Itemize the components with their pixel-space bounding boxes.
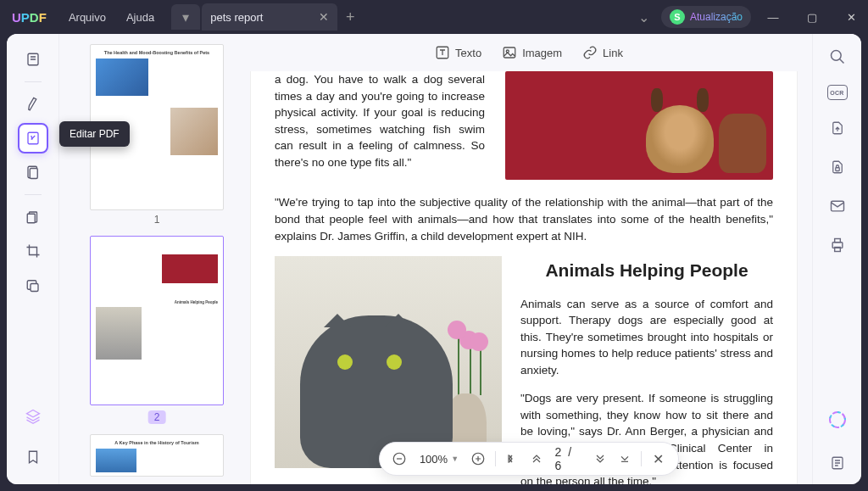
- toolbar-link-label: Link: [603, 47, 623, 59]
- rail-separator: [25, 194, 42, 195]
- body-text: Animals can serve as a source of comfort…: [520, 296, 773, 379]
- page-tool[interactable]: [18, 157, 48, 187]
- crop-tool[interactable]: [18, 236, 48, 266]
- search-button[interactable]: [826, 46, 849, 68]
- print-button[interactable]: [826, 234, 849, 256]
- thumbnail-page-2[interactable]: Animals Helping People: [90, 236, 224, 405]
- maximize-button[interactable]: ▢: [795, 3, 829, 31]
- tooltip-edit-pdf: Editar PDF: [59, 121, 130, 147]
- zoom-out-button[interactable]: [392, 449, 408, 468]
- edit-image-button[interactable]: Imagem: [502, 45, 562, 60]
- edit-toolbar: Texto Imagem Link: [246, 34, 812, 71]
- thumb-number-1: 1: [90, 214, 224, 226]
- redact-tool[interactable]: [18, 270, 48, 300]
- organize-tool[interactable]: [18, 202, 48, 232]
- body-text: "We're trying to tap into the subjective…: [275, 194, 773, 244]
- thumbnail-panel[interactable]: The Health and Mood-Boosting Benefits of…: [59, 34, 246, 484]
- page-indicator[interactable]: 2 / 6: [554, 445, 584, 472]
- next-page-button[interactable]: [593, 449, 609, 468]
- first-page-button[interactable]: [504, 449, 520, 468]
- svg-point-13: [831, 51, 841, 61]
- body-text: a dog. You have to walk a dog several ti…: [275, 71, 485, 170]
- layers-button[interactable]: [18, 401, 48, 432]
- zoom-in-button[interactable]: [470, 449, 487, 468]
- ai-assistant-button[interactable]: [826, 408, 849, 432]
- bookmark-button[interactable]: [18, 442, 48, 472]
- thumb-number-2: 2: [148, 410, 166, 424]
- section-heading: Animals Helping People: [520, 258, 773, 283]
- reader-tool[interactable]: [18, 44, 48, 75]
- comment-tool[interactable]: [18, 89, 48, 120]
- svg-rect-9: [504, 47, 515, 58]
- tab-menu-button[interactable]: ▾: [171, 4, 200, 30]
- thumbnail-page-3[interactable]: A Key Phase in the History of Tourism: [90, 434, 224, 477]
- upgrade-label: Atualização: [690, 11, 743, 23]
- thumb-heading: Animals Helping People: [96, 300, 218, 304]
- svg-rect-5: [27, 214, 35, 223]
- document-image-dogs: [505, 71, 773, 180]
- protect-button[interactable]: [826, 156, 849, 178]
- close-nav-button[interactable]: ✕: [650, 449, 666, 468]
- app-logo: UPDF: [0, 10, 58, 25]
- page-navigation-bar: 100%▼ 2 / 6 ✕: [379, 442, 679, 476]
- thumb-title: The Health and Mood-Boosting Benefits of…: [96, 50, 218, 56]
- tab-close-icon[interactable]: ✕: [319, 10, 329, 24]
- svg-rect-3: [30, 169, 37, 179]
- edit-link-button[interactable]: Link: [582, 45, 623, 60]
- tab-group: ▾ pets report ✕ +: [171, 0, 363, 34]
- document-image-cat: [275, 256, 502, 468]
- edit-pdf-tool[interactable]: [18, 123, 48, 153]
- svg-rect-7: [31, 284, 38, 292]
- thumb-title: A Key Phase in the History of Tourism: [96, 440, 218, 446]
- export-button[interactable]: [826, 117, 849, 139]
- last-page-button[interactable]: [616, 449, 632, 468]
- left-tool-rail: [7, 34, 59, 484]
- minimize-button[interactable]: ―: [756, 3, 790, 31]
- edit-text-button[interactable]: Texto: [435, 45, 481, 60]
- image-icon: [502, 45, 517, 60]
- share-button[interactable]: [826, 195, 849, 217]
- form-button[interactable]: [826, 452, 849, 474]
- user-badge: S: [670, 9, 685, 25]
- document-tab[interactable]: pets report ✕: [202, 3, 337, 31]
- workspace: Editar PDF The Health and Mood-Boosting …: [7, 34, 861, 484]
- svg-rect-14: [835, 168, 839, 171]
- titlebar: UPDF Arquivo Ajuda ▾ pets report ✕ + ⌄ S…: [0, 0, 868, 34]
- tabs-overflow-icon[interactable]: ⌄: [632, 9, 656, 25]
- ocr-button[interactable]: OCR: [827, 85, 848, 100]
- link-icon: [582, 45, 598, 60]
- svg-rect-17: [834, 239, 840, 243]
- toolbar-text-label: Texto: [455, 47, 481, 59]
- page-viewport[interactable]: a dog. You have to walk a dog several ti…: [246, 71, 812, 484]
- rail-separator: [25, 81, 42, 82]
- tab-title: pets report: [210, 11, 263, 24]
- zoom-dropdown[interactable]: 100%▼: [416, 453, 462, 466]
- toolbar-image-label: Imagem: [522, 47, 562, 59]
- menu-file[interactable]: Arquivo: [58, 11, 116, 24]
- tab-add-button[interactable]: +: [337, 8, 363, 26]
- text-icon: [435, 45, 450, 60]
- upgrade-button[interactable]: S Atualização: [661, 6, 751, 28]
- document-page[interactable]: a dog. You have to walk a dog several ti…: [251, 71, 797, 484]
- right-tool-rail: OCR: [812, 34, 861, 484]
- prev-page-button[interactable]: [529, 449, 545, 468]
- close-button[interactable]: ✕: [834, 3, 868, 31]
- document-area: Texto Imagem Link a dog. You have to wal…: [246, 34, 812, 484]
- menu-help[interactable]: Ajuda: [116, 11, 164, 24]
